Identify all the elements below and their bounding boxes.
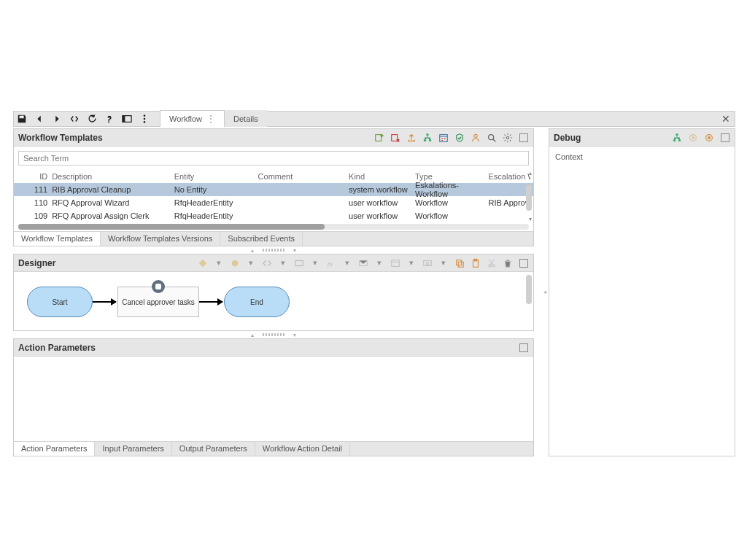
col-comment[interactable]: Comment (258, 172, 349, 181)
designer-tool-sub-icon[interactable] (422, 258, 433, 268)
designer-tool-code-icon[interactable] (262, 258, 272, 268)
paste-icon[interactable] (471, 258, 481, 268)
calendar-icon[interactable] (438, 133, 449, 143)
help-icon[interactable] (104, 114, 115, 124)
tab-details-label: Details (233, 114, 258, 123)
flow-arrow[interactable] (199, 301, 222, 303)
designer-tool-rect-icon[interactable] (294, 258, 304, 268)
btab-subscribed[interactable]: Subscribed Events (220, 232, 303, 246)
prev-icon[interactable] (34, 114, 44, 124)
svg-rect-11 (440, 134, 448, 141)
maximize-icon[interactable] (720, 133, 730, 143)
designer-canvas[interactable]: Start Cancel approver tasks End (14, 272, 533, 330)
kebab-menu-icon[interactable] (139, 114, 150, 124)
search-icon[interactable] (487, 133, 497, 143)
btab-templates[interactable]: Workflow Templates (14, 232, 101, 246)
tab-details[interactable]: Details (225, 110, 267, 127)
designer-tool-window-icon[interactable] (390, 258, 400, 268)
delete-record-icon[interactable] (390, 133, 400, 143)
col-type[interactable]: Type (415, 172, 489, 181)
svg-rect-21 (426, 262, 429, 265)
save-icon[interactable] (17, 114, 27, 124)
side-splitter[interactable]: ◂ (541, 127, 549, 456)
svg-point-30 (678, 139, 681, 141)
btab-workflow-action-detail[interactable]: Workflow Action Detail (255, 442, 350, 456)
svg-point-12 (474, 134, 477, 137)
tab-workflow-label: Workflow (169, 114, 202, 123)
splitter-handle[interactable]: ▴▾ (13, 331, 534, 338)
designer-tool-circle-icon[interactable] (230, 258, 240, 268)
layout-icon[interactable] (122, 114, 132, 124)
maximize-icon[interactable] (519, 258, 529, 268)
table-row[interactable]: 109 RFQ Approval Assign Clerk RfqHeaderE… (14, 209, 533, 222)
col-entity[interactable]: Entity (174, 172, 258, 181)
svg-point-4 (144, 118, 146, 120)
tab-strip: Workflow ⋮ Details (160, 111, 267, 127)
debug-title: Debug (554, 133, 581, 143)
svg-rect-33 (708, 136, 711, 139)
svg-rect-23 (458, 262, 463, 267)
svg-point-8 (426, 133, 429, 136)
refresh-icon[interactable] (87, 114, 97, 124)
tab-workflow[interactable]: Workflow ⋮ (160, 110, 225, 127)
designer-tool-fn-icon[interactable]: fn (326, 258, 336, 268)
svg-point-10 (429, 139, 432, 141)
top-toolbar: Workflow ⋮ Details ✕ (13, 111, 735, 127)
maximize-icon[interactable] (519, 343, 529, 353)
maximize-icon[interactable] (519, 133, 529, 143)
dropdown-icon[interactable]: ▾ (374, 258, 384, 268)
debug-stop-icon[interactable] (704, 133, 714, 143)
app-container: Workflow ⋮ Details ✕ Workflow Templates (13, 111, 735, 456)
flow-arrow[interactable] (93, 301, 116, 303)
btab-action-parameters[interactable]: Action Parameters (14, 442, 95, 456)
horizontal-scrollbar[interactable] (18, 224, 529, 230)
task-node[interactable]: Cancel approver tasks (117, 287, 199, 317)
search-input[interactable] (19, 152, 528, 165)
settings-icon[interactable] (503, 133, 513, 143)
svg-point-9 (424, 139, 427, 141)
col-kind[interactable]: Kind (349, 172, 415, 181)
table-row[interactable]: 110 RFQ Approval Wizard RfqHeaderEntity … (14, 196, 533, 209)
tab-workflow-menu-icon[interactable]: ⋮ (206, 114, 215, 124)
copy-icon[interactable] (454, 258, 465, 268)
cut-icon[interactable] (487, 258, 497, 268)
new-record-icon[interactable] (374, 133, 384, 143)
hierarchy-icon[interactable] (422, 133, 433, 143)
designer-tool-mail-icon[interactable] (358, 258, 368, 268)
action-parameters-body (14, 357, 533, 441)
next-icon[interactable] (52, 114, 62, 124)
dropdown-icon[interactable]: ▾ (342, 258, 352, 268)
dropdown-icon[interactable]: ▾ (310, 258, 320, 268)
dropdown-icon[interactable]: ▾ (406, 258, 417, 268)
delete-icon[interactable] (503, 258, 513, 268)
btab-input-parameters[interactable]: Input Parameters (95, 442, 171, 456)
scroll-down-icon[interactable]: ▾ (529, 216, 532, 222)
debug-hierarchy-icon[interactable] (672, 133, 682, 143)
svg-point-13 (489, 134, 494, 139)
col-id[interactable]: ID (17, 172, 52, 181)
end-node[interactable]: End (224, 287, 290, 317)
upload-icon[interactable] (406, 133, 417, 143)
table-row[interactable]: 111 RIB Approval Cleanup No Entity syste… (14, 183, 533, 196)
user-icon[interactable] (471, 133, 481, 143)
navigate-icon[interactable] (69, 114, 80, 124)
validate-icon[interactable] (454, 133, 465, 143)
task-badge-icon (152, 280, 165, 293)
designer-tool-diamond-icon[interactable] (198, 258, 208, 268)
btab-output-parameters[interactable]: Output Parameters (172, 442, 255, 456)
close-icon[interactable]: ✕ (721, 113, 730, 125)
workflow-templates-panel: Workflow Templates (13, 128, 534, 246)
splitter-handle[interactable]: ▴▾ (13, 246, 534, 254)
debug-step-icon[interactable] (688, 133, 698, 143)
dropdown-icon[interactable]: ▾ (246, 258, 256, 268)
svg-point-14 (506, 136, 509, 139)
dropdown-icon[interactable]: ▾ (278, 258, 288, 268)
designer-vertical-scrollbar[interactable] (526, 275, 532, 304)
col-description[interactable]: Description (52, 172, 174, 181)
designer-title: Designer (18, 258, 55, 268)
start-node[interactable]: Start (27, 287, 93, 317)
btab-versions[interactable]: Workflow Templates Versions (101, 232, 220, 246)
dropdown-icon[interactable]: ▾ (438, 258, 449, 268)
dropdown-icon[interactable]: ▾ (214, 258, 224, 268)
vertical-scrollbar[interactable] (525, 170, 532, 221)
